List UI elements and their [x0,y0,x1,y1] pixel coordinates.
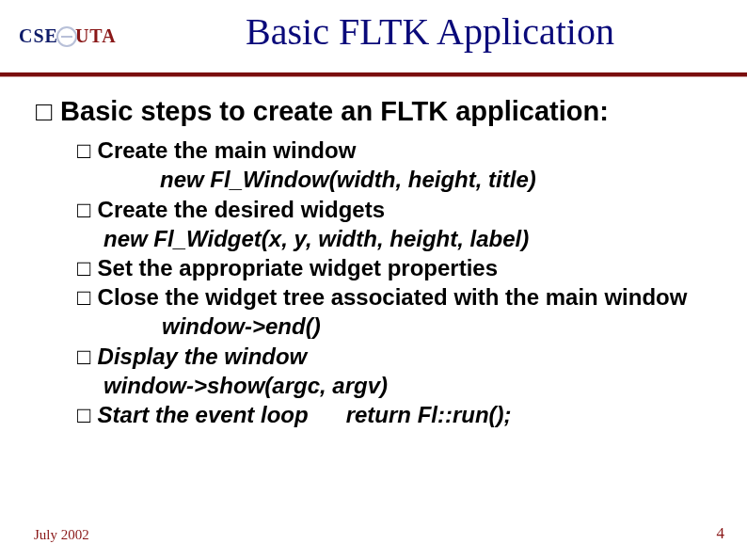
item-2-text: Create the desired widgets [98,197,385,222]
item-6-text: Start the event loop [98,402,309,427]
bullet-box-icon: □ [77,400,98,429]
item-3: □Set the appropriate widget properties [77,253,709,282]
divider-light [0,76,747,77]
footer-date: July 2002 [34,527,89,543]
item-5-code-text: window->show(argc, argv) [103,373,388,398]
item-1-code: new Fl_Window(width, height, title) [77,165,709,194]
heading-text: Basic steps to create an FLTK applicatio… [60,96,609,126]
at-icon [56,26,77,47]
footer-page: 4 [717,524,725,543]
sub-list: □Create the main window new Fl_Window(wi… [77,136,709,429]
heading-line: □Basic steps to create an FLTK applicati… [36,94,709,128]
slide-content: □Basic steps to create an FLTK applicati… [36,94,709,429]
bullet-box-icon: □ [77,282,98,312]
item-5: □Display the window [77,342,709,371]
logo: CSE UTA [19,25,117,47]
item-4: □Close the widget tree associated with t… [77,282,709,341]
slide: CSE UTA Basic FLTK Application □Basic st… [0,0,747,560]
item-3-text: Set the appropriate widget properties [98,255,498,280]
item-1: □Create the main window [77,136,709,165]
logo-cse: CSE [19,25,58,46]
bullet-box-icon: □ [77,253,98,282]
item-5-code: window->show(argc, argv) [77,371,709,400]
bullet-box-icon: □ [77,342,98,371]
slide-title: Basic FLTK Application [132,9,728,54]
bullet-box-icon: □ [77,136,98,165]
item-5-text: Display the window [98,344,308,369]
item-2-code-text: new Fl_Widget(x, y, width, height, label… [103,226,529,251]
item-1-code-text: new Fl_Window(width, height, title) [160,167,536,192]
item-1-text: Create the main window [98,137,357,163]
bullet-box-icon: □ [36,94,60,128]
logo-uta: UTA [75,25,117,46]
item-4-code-text: window->end() [162,312,321,341]
item-6: □Start the event loopreturn Fl::run(); [77,400,709,429]
item-6-code-text: return Fl::run(); [346,400,512,429]
item-2: □Create the desired widgets [77,195,709,224]
item-2-code: new Fl_Widget(x, y, width, height, label… [77,224,709,253]
bullet-box-icon: □ [77,195,98,224]
item-4-text: Close the widget tree associated with th… [98,284,688,310]
